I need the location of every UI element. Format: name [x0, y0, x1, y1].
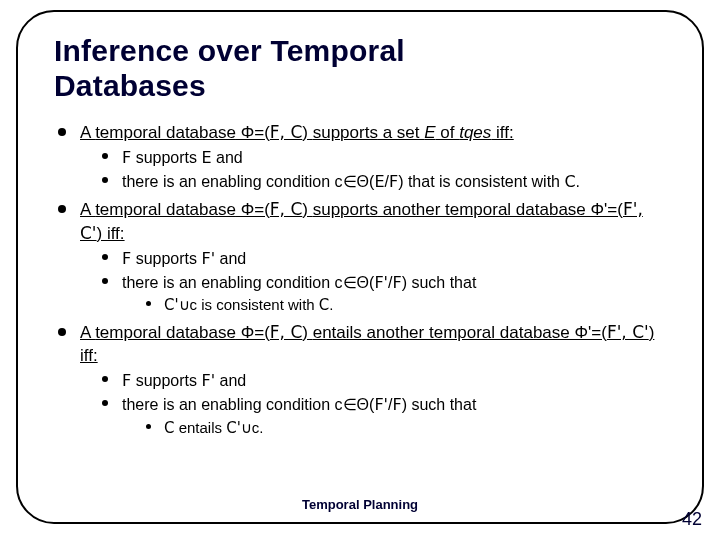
t: iff:: [491, 123, 513, 142]
t: F: [122, 148, 131, 167]
bullet-2: A temporal database Φ=(F, C) supports an…: [54, 198, 666, 315]
t: a set: [378, 123, 424, 142]
t: there is an enabling condition c∈Θ(: [122, 173, 374, 190]
t: temporal database: [95, 323, 236, 342]
t: F', C': [607, 322, 649, 342]
page-number: 42: [682, 509, 702, 530]
t: Φ=(: [236, 123, 270, 142]
t: and: [212, 149, 243, 166]
bullet-2-text: A temporal database Φ=(F, C) supports an…: [80, 200, 643, 243]
t: .: [576, 173, 580, 190]
t: ): [302, 200, 312, 219]
t: C: [164, 419, 174, 437]
t: C: [564, 172, 575, 191]
t: A: [80, 200, 95, 219]
t: E: [201, 148, 211, 167]
bullet-list: A temporal database Φ=(F, C) supports a …: [54, 121, 666, 438]
bullet-3-sub-2: there is an enabling condition c∈Θ(F'/F)…: [100, 394, 666, 438]
slide: Inference over Temporal Databases A temp…: [0, 0, 720, 540]
t: F, C: [270, 122, 302, 142]
title-line-1: Inference over Temporal: [54, 34, 405, 67]
t: supports: [313, 200, 378, 219]
t: F: [392, 273, 401, 292]
t: supports: [131, 372, 201, 389]
t: entails: [313, 323, 362, 342]
t: .: [329, 296, 333, 313]
bullet-3-sub: F supports F' and there is an enabling c…: [100, 370, 666, 437]
t: ∪c.: [241, 419, 264, 436]
t: ) such that: [402, 274, 477, 291]
t: A: [80, 123, 95, 142]
bullet-2-sub-2: there is an enabling condition c∈Θ(F'/F)…: [100, 272, 666, 316]
bullet-1: A temporal database Φ=(F, C) supports a …: [54, 121, 666, 192]
bullet-3-subsub: C entails C'∪c.: [144, 418, 666, 438]
t: C: [319, 296, 329, 314]
bullet-2-subsub: C'∪c is consistent with C.: [144, 295, 666, 315]
t: F': [201, 371, 215, 390]
t: F: [122, 371, 131, 390]
t: temporal database: [95, 123, 236, 142]
t: F: [389, 172, 398, 191]
t: F': [374, 395, 388, 414]
bullet-2-sub-1: F supports F' and: [100, 248, 666, 270]
t: temporal database: [95, 200, 236, 219]
t: another temporal database Φ'=(: [378, 200, 623, 219]
bullet-3-sub-1: F supports F' and: [100, 370, 666, 392]
bullet-3-text: A temporal database Φ=(F, C) entails ano…: [80, 323, 654, 365]
t: tqes: [459, 123, 491, 142]
t: and: [215, 250, 246, 267]
t: there is an enabling condition c∈Θ(: [122, 274, 374, 291]
footer-center: Temporal Planning: [18, 497, 702, 512]
t: F, C: [270, 199, 302, 219]
t: supports: [131, 250, 201, 267]
slide-title: Inference over Temporal Databases: [54, 34, 666, 103]
t: ) such that: [402, 396, 477, 413]
bullet-3-subsub-1: C entails C'∪c.: [144, 418, 666, 438]
t: another temporal database Φ'=(: [362, 323, 607, 342]
slide-frame: Inference over Temporal Databases A temp…: [16, 10, 704, 524]
bullet-1-text: A temporal database Φ=(F, C) supports a …: [80, 123, 514, 142]
t: ∪c is consistent with: [179, 296, 319, 313]
t: entails: [174, 419, 226, 436]
t: and: [215, 372, 246, 389]
t: F': [374, 273, 388, 292]
t: E: [424, 123, 435, 142]
bullet-1-sub-2: there is an enabling condition c∈Θ(E/F) …: [100, 171, 666, 193]
t: F, C: [270, 322, 302, 342]
bullet-1-sub-1: F supports E and: [100, 147, 666, 169]
t: C': [226, 419, 241, 437]
t: ) iff:: [97, 224, 125, 243]
t: C': [164, 296, 179, 314]
t: A: [80, 323, 95, 342]
bullet-2-subsub-1: C'∪c is consistent with C.: [144, 295, 666, 315]
bullet-3: A temporal database Φ=(F, C) entails ano…: [54, 321, 666, 437]
t: ): [302, 323, 312, 342]
t: of: [436, 123, 460, 142]
bullet-2-sub: F supports F' and there is an enabling c…: [100, 248, 666, 315]
t: F: [122, 249, 131, 268]
bullet-1-sub: F supports E and there is an enabling co…: [100, 147, 666, 192]
t: supports: [313, 123, 378, 142]
t: supports: [131, 149, 201, 166]
t: F': [201, 249, 215, 268]
t: Φ=(: [236, 323, 270, 342]
t: E: [374, 172, 384, 191]
t: F: [392, 395, 401, 414]
t: ) that is consistent with: [398, 173, 564, 190]
t: there is an enabling condition c∈Θ(: [122, 396, 374, 413]
t: ): [302, 123, 312, 142]
t: Φ=(: [236, 200, 270, 219]
title-line-2: Databases: [54, 69, 206, 102]
